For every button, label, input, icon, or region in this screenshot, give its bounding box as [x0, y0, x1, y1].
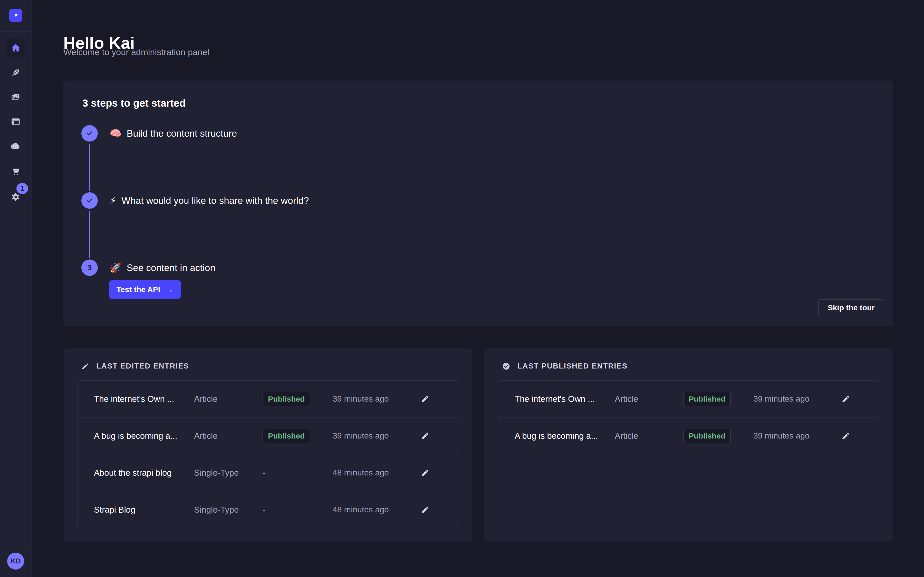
step-2-label[interactable]: ⚡ What would you like to share with the … [110, 195, 309, 206]
pencil-icon [421, 506, 430, 514]
entry-type: Single-Type [194, 468, 263, 478]
status-badge: Published [263, 429, 310, 443]
entry-type: Article [194, 431, 263, 441]
sidebar-item-content-type-builder[interactable] [6, 64, 25, 82]
check-icon [86, 129, 94, 137]
last-published-header: LAST PUBLISHED ENTRIES [502, 362, 628, 370]
test-api-button[interactable]: Test the API → [109, 280, 181, 299]
edit-entry-button[interactable] [409, 395, 442, 403]
sidebar-divider-top [0, 31, 31, 32]
skip-tour-button[interactable]: Skip the tour [818, 299, 884, 316]
user-avatar[interactable]: KD [7, 553, 24, 570]
onboarding-title: 3 steps to get started [82, 97, 186, 109]
table-row: About the strapi blog Single-Type - 48 m… [78, 454, 458, 491]
onboarding-step-3: 3 🚀 See content in action [81, 259, 215, 276]
last-published-title: LAST PUBLISHED ENTRIES [517, 362, 628, 370]
entry-title: The internet's Own ... [515, 394, 615, 404]
entry-title: A bug is becoming a... [515, 431, 615, 441]
entry-time: 39 minutes ago [753, 394, 829, 404]
cloud-icon [10, 141, 21, 152]
marketplace-cart-icon [10, 166, 21, 177]
step-connector-2 [89, 211, 90, 258]
pencil-icon [842, 432, 850, 440]
edit-entry-button[interactable] [829, 395, 863, 403]
onboarding-step-1: 🧠 Build the content structure [81, 125, 237, 142]
entry-type: Article [615, 394, 683, 404]
step-3-number-circle: 3 [81, 259, 98, 276]
last-edited-title: LAST EDITED ENTRIES [96, 362, 189, 370]
step-1-check-circle [81, 125, 98, 142]
last-edited-card: LAST EDITED ENTRIES The internet's Own .… [64, 348, 472, 542]
sidebar-item-content-manager[interactable] [6, 113, 25, 131]
step-3-label[interactable]: 🚀 See content in action [110, 262, 215, 273]
entry-time: 48 minutes ago [333, 468, 409, 477]
step-connector-1 [89, 143, 90, 191]
last-edited-header: LAST EDITED ENTRIES [81, 362, 189, 370]
entry-time: 48 minutes ago [333, 505, 409, 514]
entry-type: Article [615, 431, 683, 441]
sidebar-item-media-library[interactable] [6, 88, 25, 106]
table-row: The internet's Own ... Article Published… [78, 380, 458, 417]
edit-entry-button[interactable] [409, 432, 442, 440]
entry-time: 39 minutes ago [333, 394, 409, 404]
entry-time: 39 minutes ago [333, 431, 409, 440]
onboarding-step-2: ⚡ What would you like to share with the … [81, 192, 309, 209]
layout-icon [11, 117, 21, 127]
status-badge: Published [683, 392, 731, 406]
edit-entry-button[interactable] [409, 506, 442, 514]
edit-entry-button[interactable] [409, 469, 442, 477]
step-1-emoji: 🧠 [110, 128, 121, 139]
page-subtitle: Welcome to your administration panel [63, 47, 209, 57]
media-library-icon [11, 92, 21, 102]
last-published-card: LAST PUBLISHED ENTRIES The internet's Ow… [484, 348, 893, 542]
strapi-logo[interactable] [9, 9, 22, 22]
feather-icon [11, 68, 21, 77]
table-row: A bug is becoming a... Article Published… [78, 417, 458, 454]
entry-type: Article [194, 394, 263, 404]
step-1-label[interactable]: 🧠 Build the content structure [110, 128, 237, 139]
home-icon [10, 43, 21, 53]
table-row: Strapi Blog Single-Type - 48 minutes ago [78, 491, 458, 528]
step-2-emoji: ⚡ [110, 195, 116, 206]
entry-time: 39 minutes ago [753, 431, 829, 440]
strapi-logo-icon [11, 11, 20, 19]
pencil-icon [421, 469, 430, 477]
status-badge: Published [263, 392, 310, 406]
pencil-icon [842, 395, 850, 403]
entry-title: Strapi Blog [94, 505, 194, 515]
entry-title: About the strapi blog [94, 468, 194, 478]
sidebar-item-deploy[interactable] [6, 137, 25, 155]
arrow-right-icon: → [165, 285, 173, 295]
entry-title: A bug is becoming a... [94, 431, 194, 441]
last-published-table: The internet's Own ... Article Published… [498, 380, 879, 455]
sidebar: 1 KD [0, 0, 32, 577]
check-circle-icon [502, 362, 510, 370]
last-edited-table: The internet's Own ... Article Published… [77, 380, 459, 528]
entry-type: Single-Type [194, 505, 263, 515]
status-empty: - [263, 505, 333, 515]
onboarding-card: 3 steps to get started 🧠 Build the conte… [63, 81, 893, 326]
step-2-check-circle [81, 192, 98, 209]
check-icon [86, 197, 94, 205]
settings-notification-badge: 1 [16, 183, 28, 194]
entry-title: The internet's Own ... [94, 394, 194, 404]
step-3-emoji: 🚀 [110, 263, 121, 273]
pencil-icon [421, 432, 430, 440]
edit-entry-button[interactable] [829, 432, 863, 440]
table-row: The internet's Own ... Article Published… [498, 380, 879, 417]
pencil-icon [81, 363, 89, 370]
status-badge: Published [683, 429, 731, 443]
sidebar-item-marketplace[interactable] [6, 162, 25, 180]
table-row: A bug is becoming a... Article Published… [498, 417, 879, 454]
sidebar-item-home[interactable] [6, 39, 25, 57]
pencil-icon [421, 395, 430, 403]
status-empty: - [263, 468, 333, 478]
